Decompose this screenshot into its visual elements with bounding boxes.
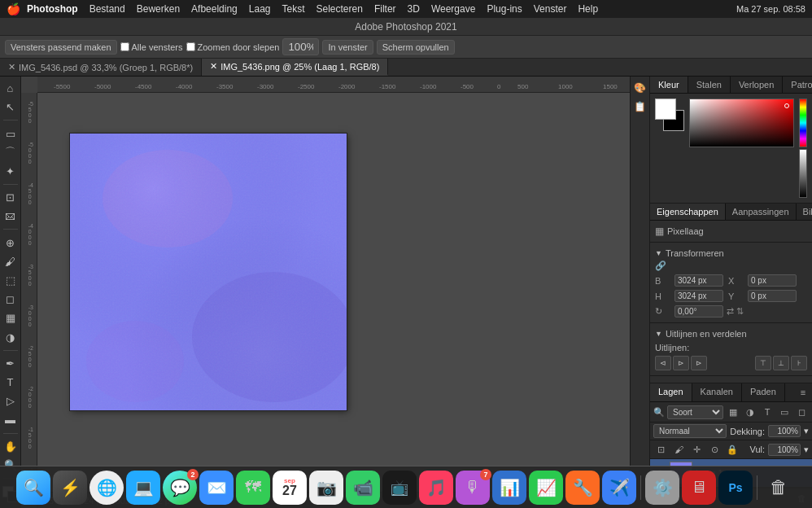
menu-selecteren[interactable]: Selecteren	[312, 2, 368, 16]
dock-maps[interactable]: 🗺	[236, 471, 270, 505]
gradient-tool[interactable]: ▦	[2, 309, 20, 326]
path-select-tool[interactable]: ▷	[2, 392, 20, 409]
dock-launchpad[interactable]: ⚡	[53, 471, 87, 505]
width-input[interactable]	[674, 274, 723, 287]
tab-eigenschappen[interactable]: Eigenschappen	[650, 204, 726, 220]
hue-slider[interactable]	[799, 99, 807, 147]
menu-laag[interactable]: Laag	[244, 2, 276, 16]
dock-chrome[interactable]: 🌐	[89, 471, 124, 505]
fit-window-btn[interactable]: In venster	[322, 40, 373, 55]
height-input[interactable]	[674, 290, 723, 302]
tab-1[interactable]: ✕ IMG_5436.png @ 25% (Laag 1, RGB/8)	[202, 59, 388, 76]
dock-podcasts[interactable]: 🎙 7	[456, 471, 490, 505]
layers-panel-toggle[interactable]: 📋	[632, 99, 648, 115]
fill-input[interactable]	[768, 444, 801, 456]
dock-messages[interactable]: 💬 2	[163, 471, 197, 505]
dock-appletv[interactable]: 📺	[382, 471, 417, 505]
menu-tekst[interactable]: Tekst	[277, 2, 310, 16]
hand-tool[interactable]: ✋	[2, 438, 20, 455]
filter-shape-btn[interactable]: ▭	[777, 405, 792, 419]
magic-wand-tool[interactable]: ✦	[2, 163, 20, 180]
opacity-input[interactable]	[768, 425, 801, 437]
dock-testflight[interactable]: ✈️	[602, 471, 636, 505]
y-input[interactable]	[748, 290, 797, 302]
dock-vscode[interactable]: 💻	[126, 471, 160, 505]
menu-bewerken[interactable]: Bewerken	[132, 2, 185, 16]
dock-photos[interactable]: 📷	[309, 471, 343, 505]
crop-tool[interactable]: ⊡	[2, 189, 20, 206]
zoom-drag-check[interactable]: Zoomen door slepen	[186, 42, 280, 52]
blend-mode-select[interactable]: Normaal	[653, 424, 727, 438]
tab-stalen[interactable]: Stalen	[688, 77, 731, 93]
tab-1-close[interactable]: ✕	[210, 61, 217, 72]
tab-paden[interactable]: Paden	[742, 383, 785, 401]
dock-numbers[interactable]: 📈	[529, 471, 563, 505]
filter-select[interactable]: Soort	[667, 405, 723, 419]
filter-pixel-btn[interactable]: ▦	[726, 405, 740, 419]
canvas-content[interactable]	[37, 93, 630, 508]
tab-bibliotheken[interactable]: Bibliotheken	[797, 204, 812, 220]
dock-settings[interactable]: ⚙️	[645, 471, 679, 505]
menu-venster[interactable]: Venster	[529, 2, 572, 16]
home-tool[interactable]: ⌂	[2, 80, 20, 97]
tab-0[interactable]: ✕ IMG_5436.psd @ 33,3% (Groep 1, RGB/8*)	[0, 59, 202, 76]
align-center-btn[interactable]: ⊳	[673, 356, 689, 370]
lock-artboard-btn[interactable]: ⊙	[707, 442, 722, 457]
fit-windows-btn[interactable]: Vensters passend maken	[5, 40, 117, 55]
alpha-slider[interactable]	[799, 149, 807, 198]
lock-all-btn[interactable]: 🔒	[725, 442, 740, 457]
pen-tool[interactable]: ✒	[2, 355, 20, 372]
dock-mail[interactable]: ✉️	[199, 471, 234, 505]
lasso-tool[interactable]: ⌒	[2, 144, 20, 161]
shape-tool[interactable]: ▬	[2, 411, 20, 428]
filter-adj-btn[interactable]: ◑	[743, 405, 757, 419]
dock-finder[interactable]: 🔍	[16, 471, 50, 505]
x-input[interactable]	[748, 274, 797, 287]
color-gradient[interactable]	[689, 99, 794, 147]
tab-aanpassingen[interactable]: Aanpassingen	[726, 204, 797, 220]
menu-plugins[interactable]: Plug-ins	[482, 2, 526, 16]
layers-menu-btn[interactable]: ≡	[796, 385, 810, 400]
filter-text-btn[interactable]: T	[760, 405, 775, 419]
apple-menu[interactable]: 🍎	[7, 2, 20, 15]
dock-facetime[interactable]: 📹	[346, 471, 380, 505]
lock-paint-btn[interactable]: 🖌	[671, 442, 686, 457]
tab-kanalen[interactable]: Kanalen	[692, 383, 742, 401]
lock-move-btn[interactable]: ✛	[689, 442, 704, 457]
align-right-btn[interactable]: ⊳	[691, 356, 707, 370]
menu-help[interactable]: Help	[573, 2, 603, 16]
angle-input[interactable]	[674, 305, 723, 318]
align-middle-btn[interactable]: ⊥	[773, 356, 789, 370]
dock-calendar[interactable]: sep 27	[273, 471, 307, 505]
dock-parallels[interactable]: 🖥	[682, 471, 716, 505]
menu-afbeelding[interactable]: Afbeelding	[186, 2, 242, 16]
menu-weergave[interactable]: Weergave	[426, 2, 480, 16]
app-name[interactable]: Photoshop	[27, 3, 78, 15]
tab-lagen[interactable]: Lagen	[650, 383, 692, 401]
brush-tool[interactable]: 🖌	[2, 253, 20, 270]
zoom-drag-checkbox[interactable]	[186, 42, 195, 51]
eraser-tool[interactable]: ◻	[2, 291, 20, 308]
align-title[interactable]: ▼ Uitlijnen en verdelen	[655, 326, 807, 341]
dock-ps[interactable]: Ps	[718, 471, 753, 505]
fill-screen-btn[interactable]: Scherm opvullen	[377, 40, 455, 55]
text-tool[interactable]: T	[2, 374, 20, 391]
zoom-input[interactable]	[282, 38, 319, 55]
lock-transparent-btn[interactable]: ⊡	[653, 442, 668, 457]
dock-music[interactable]: 🎵	[419, 471, 453, 505]
marquee-tool[interactable]: ▭	[2, 125, 20, 142]
menu-3d[interactable]: 3D	[403, 2, 425, 16]
all-windows-checkbox[interactable]	[120, 42, 129, 51]
canvas-area[interactable]: -5500 -5000 -4500 -4000 -3500 -3000 -250…	[21, 77, 630, 508]
dock-keynote[interactable]: 📊	[492, 471, 526, 505]
foreground-swatch[interactable]	[655, 99, 676, 120]
color-panel-toggle[interactable]: 🎨	[632, 80, 648, 96]
filter-smartobj-btn[interactable]: ◻	[794, 405, 809, 419]
dock-trash[interactable]: 🗑	[762, 471, 796, 505]
dodge-tool[interactable]: ◑	[2, 329, 20, 346]
tab-verlopen[interactable]: Verlopen	[731, 77, 783, 93]
tab-kleur[interactable]: Kleur	[650, 77, 688, 93]
dock-instruments[interactable]: 🔧	[565, 471, 600, 505]
tab-patronen[interactable]: Patronen	[783, 77, 812, 93]
menu-filter[interactable]: Filter	[369, 2, 401, 16]
